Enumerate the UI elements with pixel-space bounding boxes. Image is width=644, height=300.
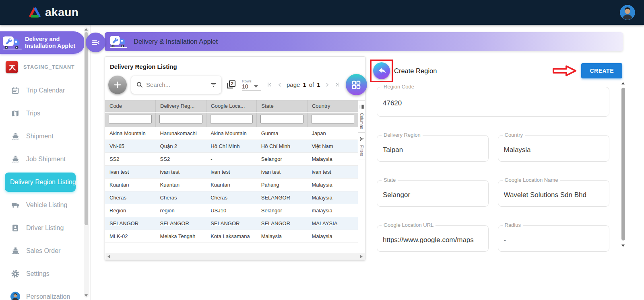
scrollbar-thumb[interactable] (85, 32, 88, 225)
table-row[interactable]: VN-65Quận 2Hồ Chí MinhHồ Chí MinhViệt Na… (105, 140, 358, 153)
sidebar-item-job-shipment[interactable]: Job Shipment (0, 148, 90, 171)
google-location-url-field[interactable]: Google Location URL https://www.google.c… (377, 225, 489, 252)
table-cell: Region (105, 204, 156, 217)
sidebar-item-personalization[interactable]: Personalization (0, 285, 90, 300)
sidebar-item-label: Trip Calendar (26, 87, 65, 94)
sidebar-item-settings[interactable]: Settings (0, 262, 90, 285)
search-box[interactable] (131, 76, 221, 94)
table-cell: Harunakomachi (156, 127, 206, 140)
scroll-right-icon[interactable] (360, 255, 363, 258)
table-row[interactable]: CherasCherasCherasSELANGORMalaysia (105, 191, 358, 204)
scroll-up-icon[interactable] (85, 28, 88, 31)
column-filter-input-country[interactable] (311, 115, 354, 123)
table-row[interactable]: SELANGORSELANGORSELANGORSELANGORMALAYSIA (105, 217, 358, 230)
form-vertical-scrollbar[interactable] (621, 81, 626, 248)
table-cell: Malaysia (307, 179, 358, 191)
map-icon (10, 109, 20, 118)
sidebar-item-trips[interactable]: Trips (0, 102, 90, 125)
delivery-truck-icon (109, 34, 128, 49)
scroll-down-icon[interactable] (621, 245, 625, 247)
table-horizontal-scrollbar[interactable] (105, 253, 365, 260)
applet-header-bar: Delivery & Installation Applet (105, 32, 623, 51)
table-cell: Quận 2 (156, 140, 206, 153)
column-filter-input-state[interactable] (260, 115, 303, 123)
table-row[interactable]: Akina MountainHarunakomachiAkina Mountai… (105, 127, 358, 140)
radius-field[interactable]: Radius - (498, 225, 610, 252)
tenant-logo-icon (6, 61, 18, 73)
table-cell: Việt Nam (307, 140, 358, 153)
side-tab-columns[interactable]: Columns (358, 100, 365, 132)
next-page-button[interactable] (323, 81, 331, 88)
plus-icon (113, 80, 122, 90)
annotation-red-arrow (552, 64, 577, 77)
table-row[interactable]: RegionregionUSJ10Selangormalaysia (105, 204, 358, 217)
table-cell: Selangor (257, 153, 308, 166)
add-record-button[interactable] (108, 76, 127, 94)
view-switch-grid-button[interactable] (346, 74, 367, 95)
sidebar-item-shipment[interactable]: Shipment (0, 125, 90, 148)
sidebar-item-label: Sales Order (26, 247, 60, 255)
column-header-state[interactable]: State (257, 100, 308, 112)
sidebar-item-trip-calendar[interactable]: Trip Calendar (0, 79, 90, 102)
duplicate-pages-icon[interactable]: 2 (226, 79, 237, 90)
akaun-triangle-icon (28, 6, 41, 18)
tenant-name: STAGING_TENANT (23, 64, 75, 70)
table-cell: Hồ Chí Minh (206, 140, 257, 153)
table-cell: SELANGOR (257, 191, 308, 204)
column-header-country[interactable]: Country (307, 100, 358, 112)
table-cell: ivan test (307, 166, 358, 179)
table-cell: ivan test (257, 166, 308, 179)
user-avatar[interactable] (620, 5, 635, 20)
table-cell: SS2 (156, 153, 206, 166)
sidebar-item-delivery-region-listing[interactable]: Delivery Region Listing (0, 171, 90, 193)
sidebar-scrollbar[interactable] (84, 27, 89, 298)
table-row[interactable]: KuantanKuantanKuantanPahangMalaysia (105, 179, 358, 191)
sidebar-item-driver-listing[interactable]: Driver Listing (0, 216, 90, 239)
last-page-button[interactable] (334, 81, 341, 88)
scrollbar-thumb[interactable] (621, 88, 625, 240)
table-cell: Cheras (105, 191, 156, 204)
funnel-icon (359, 136, 364, 143)
sidebar-item-vehicle-listing[interactable]: Vehicle Listing (0, 193, 90, 216)
delivery-region-field[interactable]: Delivery Region Taipan (377, 135, 489, 162)
svg-text:2: 2 (231, 81, 233, 86)
field-label: Radius (503, 222, 523, 228)
table-cell: USJ10 (206, 204, 257, 217)
column-header-google-loca[interactable]: Google Loca... (206, 100, 257, 112)
table-row[interactable]: MLK-02Melaka TengahKota LaksamanaMalaysi… (105, 230, 358, 243)
column-header-delivery-reg[interactable]: Delivery Reg... (156, 100, 206, 112)
back-button[interactable] (373, 62, 390, 79)
scroll-up-icon[interactable] (621, 82, 625, 84)
column-filter-input-google-loca[interactable] (210, 115, 253, 123)
field-label: State (382, 177, 398, 183)
sidebar-applet-pill[interactable]: Delivery and Installation Applet (0, 31, 85, 54)
delivery-region-listing-card: Delivery Region Listing (105, 56, 365, 261)
rows-per-page-select[interactable]: Rows 10 (242, 79, 261, 91)
filter-list-icon[interactable] (210, 81, 217, 88)
column-header-code[interactable]: Code (105, 100, 156, 112)
country-field[interactable]: Country Malaysia (498, 135, 610, 162)
table-row[interactable]: ivan testivan testivan testivan testivan… (105, 166, 358, 179)
google-location-name-field[interactable]: Google Location Name Wavelet Solutions S… (498, 180, 610, 207)
first-page-button[interactable] (266, 81, 273, 88)
table-cell: ivan test (156, 166, 206, 179)
prev-page-button[interactable] (276, 81, 284, 88)
scroll-left-icon[interactable] (107, 255, 110, 258)
region-code-field[interactable]: Region Code 47620 (377, 87, 609, 117)
sidebar-item-label: Delivery Region Listing (10, 179, 76, 186)
search-input[interactable] (146, 81, 206, 88)
create-button[interactable]: CREATE (581, 63, 622, 78)
field-value: 47620 (383, 99, 603, 107)
filter-cell (206, 112, 257, 127)
column-filter-input-code[interactable] (109, 115, 152, 123)
state-field[interactable]: State Selangor (377, 180, 489, 207)
ship-icon (10, 154, 20, 164)
sidebar-collapse-button[interactable] (86, 33, 105, 52)
side-tab-filters[interactable]: Filters (358, 132, 365, 160)
table-row[interactable]: SS2SS2-SelangorMalaysia (105, 153, 358, 166)
sidebar-item-sales-order[interactable]: Sales Order (0, 239, 90, 262)
tenant-selector[interactable]: STAGING_TENANT (6, 61, 90, 73)
sidebar-item-label: Trips (26, 110, 40, 117)
scroll-down-icon[interactable] (85, 294, 88, 297)
column-filter-input-delivery-reg[interactable] (159, 115, 202, 123)
